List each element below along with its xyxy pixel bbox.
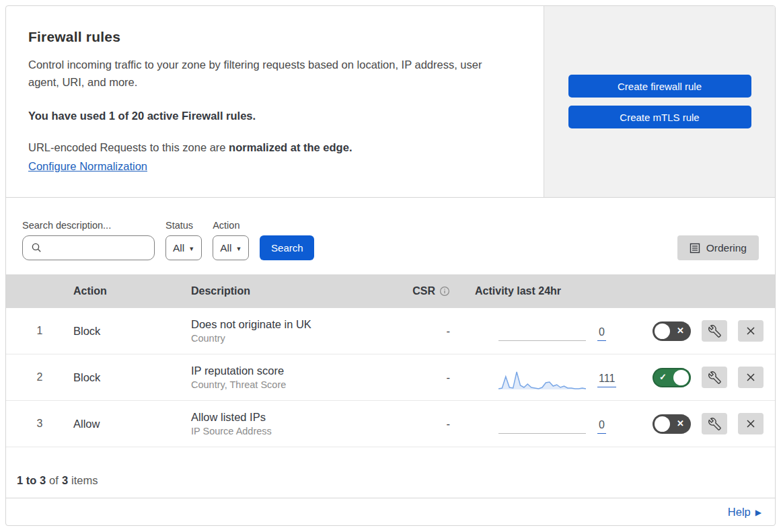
rule-description-cell: Allow listed IPs IP Source Address <box>191 411 403 436</box>
arrow-right-icon: ▶ <box>755 508 761 517</box>
search-button[interactable]: Search <box>260 235 314 260</box>
toggle-state-icon: ✓ <box>659 372 667 382</box>
rule-enable-toggle[interactable]: ✓ <box>653 368 691 387</box>
close-icon <box>745 371 757 383</box>
edit-rule-button[interactable] <box>702 413 727 434</box>
activity-count-link[interactable]: 0 <box>597 419 606 434</box>
header-description: Description <box>191 285 403 297</box>
activity-sparkline <box>498 369 586 392</box>
help-link[interactable]: Help ▶ <box>728 506 761 519</box>
rule-action: Allow <box>73 418 191 430</box>
rule-csr-value: - <box>403 371 450 384</box>
rule-description: Does not originate in UK <box>191 318 403 331</box>
rule-criteria: Country, Threat Score <box>191 379 403 390</box>
search-icon <box>31 242 42 254</box>
close-icon <box>745 325 757 337</box>
pagination-summary: 1 to 3 of 3 items <box>6 447 775 498</box>
rule-description-cell: Does not originate in UK Country <box>191 318 403 344</box>
toggle-knob <box>673 370 689 385</box>
toggle-state-icon: ✕ <box>677 418 684 428</box>
page-description: Control incoming traffic to your zone by… <box>28 56 506 91</box>
normalization-text: URL-encoded Requests to this zone are no… <box>28 141 517 154</box>
search-label: Search description... <box>22 220 155 231</box>
edit-rule-button[interactable] <box>702 367 727 388</box>
activity-sparkline <box>498 323 586 346</box>
rule-enable-toggle[interactable]: ✕ <box>653 321 691 341</box>
rule-activity-cell: 111 ✓ <box>450 363 764 392</box>
rule-number: 1 <box>6 325 73 337</box>
header-action: Action <box>73 285 191 297</box>
wrench-icon <box>708 418 721 430</box>
action-value: All <box>220 242 231 254</box>
rule-csr-value: - <box>403 418 450 430</box>
table-row: 2 Block IP reputation score Country, Thr… <box>6 354 775 401</box>
status-label: Status <box>165 220 202 231</box>
delete-rule-button[interactable] <box>738 320 764 342</box>
activity-count-link[interactable]: 111 <box>597 373 616 387</box>
edit-rule-button[interactable] <box>702 320 727 342</box>
rule-number: 3 <box>6 418 73 430</box>
rule-enable-toggle[interactable]: ✕ <box>653 414 691 434</box>
table-row: 3 Allow Allow listed IPs IP Source Addre… <box>6 401 775 447</box>
table-row: 1 Block Does not originate in UK Country… <box>6 308 775 354</box>
filter-bar: Search description... Status All ▼ Actio… <box>6 198 775 274</box>
status-dropdown[interactable]: All ▼ <box>165 235 202 260</box>
rule-action: Block <box>73 371 191 384</box>
csr-label: CSR <box>412 285 435 297</box>
search-input[interactable] <box>22 235 155 260</box>
rule-description: Allow listed IPs <box>191 411 403 424</box>
pagination-range: 1 to 3 <box>17 474 46 487</box>
action-label: Action <box>213 220 249 231</box>
rule-description-cell: IP reputation score Country, Threat Scor… <box>191 365 403 390</box>
help-label: Help <box>728 506 751 519</box>
rule-activity-cell: 0 ✕ <box>450 316 764 346</box>
rule-activity-cell: 0 ✕ <box>450 409 764 439</box>
create-mtls-rule-button[interactable]: Create mTLS rule <box>568 106 751 128</box>
usage-summary: You have used 1 of 20 active Firewall ru… <box>28 110 517 122</box>
intro-text-block: Firewall rules Control incoming traffic … <box>6 6 544 197</box>
rule-description: IP reputation score <box>191 365 403 377</box>
header-csr: CSR <box>403 285 450 297</box>
actions-panel: Create firewall rule Create mTLS rule <box>544 6 775 197</box>
toggle-knob <box>655 416 670 432</box>
close-icon <box>745 418 757 430</box>
pagination-of: of <box>49 474 59 487</box>
page-title: Firewall rules <box>28 29 517 45</box>
delete-rule-button[interactable] <box>738 367 764 388</box>
rule-csr-value: - <box>403 325 450 338</box>
rule-action: Block <box>73 325 191 338</box>
chevron-down-icon: ▼ <box>235 245 241 252</box>
rule-criteria: IP Source Address <box>191 426 403 436</box>
chevron-down-icon: ▼ <box>188 245 194 252</box>
pagination-items-label: items <box>71 474 98 487</box>
activity-count-link[interactable]: 0 <box>597 326 606 341</box>
header-activity: Activity last 24hr <box>450 285 764 297</box>
intro-section: Firewall rules Control incoming traffic … <box>6 6 775 198</box>
rule-criteria: Country <box>191 333 403 344</box>
normalization-prefix: URL-encoded Requests to this zone are <box>28 141 229 153</box>
firewall-rules-card: Firewall rules Control incoming traffic … <box>5 5 776 526</box>
delete-rule-button[interactable] <box>738 413 764 434</box>
create-firewall-rule-button[interactable]: Create firewall rule <box>568 75 751 98</box>
table-header: Action Description CSR Activity last 24h… <box>6 274 775 308</box>
toggle-state-icon: ✕ <box>677 326 684 336</box>
configure-normalization-link[interactable]: Configure Normalization <box>28 160 147 173</box>
info-icon[interactable] <box>439 286 450 297</box>
wrench-icon <box>708 325 721 338</box>
activity-sparkline <box>498 416 586 439</box>
status-value: All <box>173 242 184 254</box>
rule-number: 2 <box>6 371 73 383</box>
ordering-button-label: Ordering <box>706 242 747 254</box>
normalization-bold: normalized at the edge. <box>229 141 352 153</box>
help-bar: Help ▶ <box>6 498 775 525</box>
pagination-total: 3 <box>62 474 68 487</box>
action-dropdown[interactable]: All ▼ <box>213 235 249 260</box>
wrench-icon <box>708 371 721 384</box>
ordering-button[interactable]: Ordering <box>677 235 759 260</box>
toggle-knob <box>655 324 670 339</box>
ordering-list-icon <box>690 243 700 254</box>
